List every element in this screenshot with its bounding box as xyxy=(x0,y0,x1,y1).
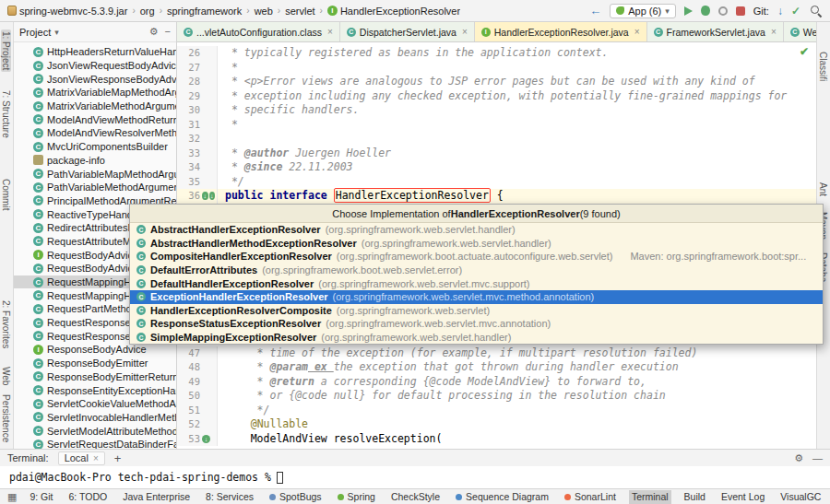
tree-item[interactable]: CResponseBodyEmitter xyxy=(14,357,176,370)
minimize-icon[interactable]: — xyxy=(812,452,823,464)
terminal[interactable]: pdai@MacBook-Pro tech-pdai-spring-demos … xyxy=(0,466,830,488)
status-item[interactable]: Build xyxy=(682,490,708,504)
tool-button-classific[interactable]: Classifi xyxy=(818,50,828,83)
tree-item[interactable]: CPathVariableMethodArgumentResolver xyxy=(14,181,176,194)
git-commit-button[interactable]: ✓ xyxy=(791,5,800,18)
tree-item[interactable]: CServletInvocableHandlerMethod xyxy=(14,411,176,425)
popup-item[interactable]: CAbstractHandlerExceptionResolver(org.sp… xyxy=(130,223,823,237)
tree-item[interactable]: CMatrixVariableMapMethodArgumentResolver xyxy=(14,86,176,100)
breadcrumb-item[interactable]: org xyxy=(140,6,155,17)
chevron-down-icon: ▾ xyxy=(54,28,59,37)
gear-icon[interactable]: ⚙ xyxy=(149,26,159,38)
tool-button-ant[interactable]: Ant xyxy=(818,181,828,198)
tree-item[interactable]: CMvcUriComponentsBuilder xyxy=(14,140,176,154)
popup-item[interactable]: CHandlerExceptionResolverComposite(org.s… xyxy=(130,304,823,318)
popup-item[interactable]: CCompositeHandlerExceptionResolver(org.s… xyxy=(130,250,823,264)
popup-item[interactable]: CDefaultHandlerExceptionResolver(org.spr… xyxy=(130,276,823,290)
search-button[interactable] xyxy=(809,4,823,18)
status-item[interactable]: Event Log xyxy=(718,490,767,504)
tree-item[interactable]: CHttpHeadersReturnValueHandler xyxy=(14,45,176,59)
line-number: 34 xyxy=(182,160,200,175)
breadcrumb-item[interactable]: IHandlerExceptionResolver xyxy=(327,6,460,17)
class-icon: C xyxy=(347,28,356,37)
tree-item[interactable]: CJsonViewRequestBodyAdvice xyxy=(14,59,176,73)
editor-tab[interactable]: CWebMvcEndpointChildConte...× xyxy=(784,22,816,41)
close-icon[interactable]: × xyxy=(93,453,99,463)
close-icon[interactable]: × xyxy=(462,27,468,37)
terminal-tab-local[interactable]: Local × xyxy=(58,451,105,465)
code-segment: * xyxy=(225,160,244,173)
class-icon: C xyxy=(33,128,43,138)
tree-item[interactable]: CServletCookieValueMethodArgumentResolve… xyxy=(14,397,176,411)
tree-item[interactable]: CResponseBodyEmitterReturnValueHandler xyxy=(14,370,176,384)
git-update-button[interactable]: ↓ xyxy=(777,5,783,18)
tool-button-structure[interactable]: 7: Structure xyxy=(1,88,11,140)
project-view-selector[interactable]: Project ▾ xyxy=(19,27,59,38)
collapse-all-icon[interactable]: − xyxy=(165,26,171,38)
status-item[interactable]: Spring xyxy=(335,490,378,504)
tree-item[interactable]: CPathVariableMapMethodArgumentResolver xyxy=(14,167,176,181)
editor-tab[interactable]: IHandlerExceptionResolver.java× xyxy=(475,22,647,41)
run-config-selector[interactable]: App (6) ▾ xyxy=(610,4,676,18)
gutter-marks: ↓↓ xyxy=(202,192,215,200)
run-button[interactable] xyxy=(684,6,693,16)
popup-item[interactable]: CAbstractHandlerMethodExceptionResolver(… xyxy=(130,237,823,251)
tool-windows-icon[interactable]: ▦ xyxy=(7,491,17,503)
breadcrumb-item[interactable]: springframework xyxy=(167,6,242,17)
status-item-label: Spring xyxy=(348,491,375,502)
tree-item[interactable]: CModelAndViewResolverMethodReturnValueHa… xyxy=(14,126,176,140)
code-text xyxy=(218,132,225,147)
status-item[interactable]: VisualGC xyxy=(777,490,824,504)
breadcrumb-item[interactable]: spring-webmvc-5.3.9.jar xyxy=(7,6,127,17)
status-item[interactable]: Java Enterprise xyxy=(120,490,193,504)
tree-item-label: PathVariableMapMethodArgumentResolver xyxy=(47,169,176,180)
gear-icon[interactable]: ⚙ xyxy=(794,452,803,464)
class-icon: C xyxy=(136,252,146,261)
tree-item[interactable]: CServletModelAttributeMethodProcessor xyxy=(14,424,176,438)
debug-button[interactable] xyxy=(701,6,710,16)
status-item[interactable]: 8: Services xyxy=(203,490,256,504)
status-item[interactable]: CheckStyle xyxy=(388,490,443,504)
tool-button-project[interactable]: 1: Project xyxy=(1,29,11,72)
breadcrumb-item[interactable]: servlet xyxy=(285,6,314,17)
status-item[interactable]: 9: Git xyxy=(27,490,55,504)
tree-item[interactable]: CJsonViewResponseBodyAdvice xyxy=(14,72,176,86)
popup-item[interactable]: CResponseStatusExceptionResolver(org.spr… xyxy=(130,317,823,331)
jar-icon xyxy=(7,6,17,16)
popup-item[interactable]: CExceptionHandlerExceptionResolver(org.s… xyxy=(130,290,823,304)
tree-item-label: ServletRequestDataBinderFactory xyxy=(47,439,176,449)
editor-tab[interactable]: CDispatcherServlet.java× xyxy=(340,22,475,41)
tool-button-persistence[interactable]: Persistence xyxy=(1,393,11,444)
navigate-back-icon[interactable]: ← xyxy=(589,4,601,18)
status-item[interactable]: Sequence Diagram xyxy=(453,490,551,504)
popup-item[interactable]: CDefaultErrorAttributes(org.springframew… xyxy=(130,264,823,277)
tool-button-favorites[interactable]: 2: Favorites xyxy=(1,299,11,350)
class-icon: C xyxy=(33,371,43,381)
tree-item[interactable]: package-info xyxy=(14,154,176,168)
code-text: * @param ex the exception that got throw… xyxy=(218,360,679,375)
close-icon[interactable]: × xyxy=(327,27,333,37)
implementations-icon[interactable]: ↓ xyxy=(209,192,216,200)
popup-item[interactable]: CSimpleMappingExceptionResolver(org.spri… xyxy=(130,331,823,345)
status-item[interactable]: SpotBugs xyxy=(267,490,325,504)
new-terminal-button[interactable]: + xyxy=(114,451,122,465)
tree-item[interactable]: CMatrixVariableMethodArgumentResolver xyxy=(14,100,176,113)
tool-button-commit[interactable]: Commit xyxy=(1,177,11,212)
close-icon[interactable]: × xyxy=(634,27,640,37)
editor-tab[interactable]: C...vletAutoConfiguration.class× xyxy=(177,22,340,41)
stop-button[interactable] xyxy=(736,6,745,16)
close-icon[interactable]: × xyxy=(771,27,777,37)
tree-item[interactable]: CServletRequestDataBinderFactory xyxy=(14,438,176,449)
status-item[interactable]: 6: TODO xyxy=(66,490,111,504)
editor-tab[interactable]: CFrameworkServlet.java× xyxy=(647,22,784,41)
breadcrumb-item[interactable]: web xyxy=(255,6,273,17)
implementations-icon[interactable]: ↓ xyxy=(202,435,210,443)
code-segment: 22.11.2003 xyxy=(282,160,352,173)
tree-item[interactable]: CResponseEntityExceptionHandler xyxy=(14,383,176,397)
status-item[interactable]: SonarLint xyxy=(562,490,619,504)
implementations-icon[interactable]: ↓ xyxy=(202,192,208,200)
tree-item[interactable]: CModelAndViewMethodReturnValueHandler xyxy=(14,112,176,126)
status-item[interactable]: Terminal xyxy=(629,490,671,504)
profiler-button[interactable] xyxy=(718,6,728,16)
tool-button-web[interactable]: Web xyxy=(1,365,11,387)
